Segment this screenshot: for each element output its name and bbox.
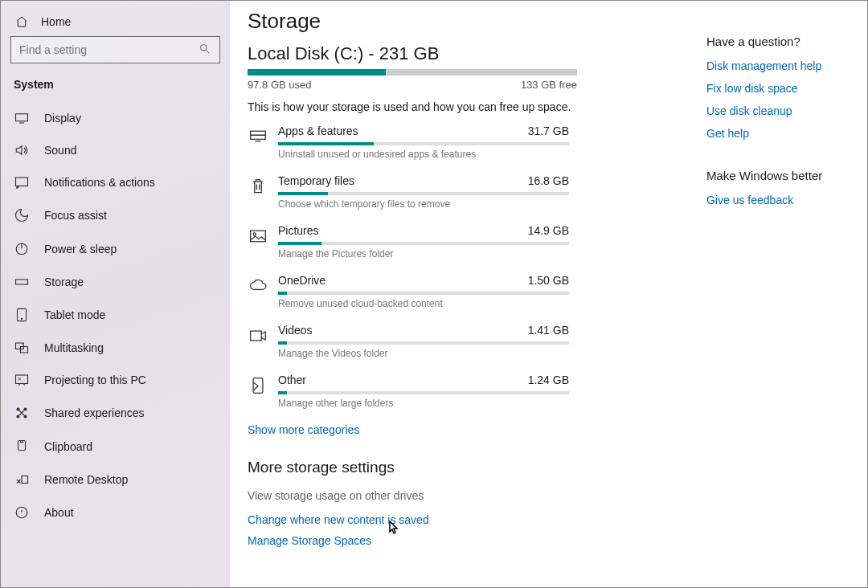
- get-help-link[interactable]: Get help: [706, 127, 851, 140]
- nav-item-remote-desktop[interactable]: Remote Desktop: [7, 463, 223, 496]
- category-apps-features[interactable]: Apps & features31.7 GBUninstall unused o…: [248, 125, 682, 160]
- category-bar-fill: [278, 391, 287, 394]
- view-other-drives-link[interactable]: View storage usage on other drives: [248, 489, 682, 502]
- nav-label: Clipboard: [44, 440, 92, 453]
- svg-rect-9: [16, 375, 28, 384]
- categories-list: Apps & features31.7 GBUninstall unused o…: [248, 125, 682, 409]
- nav-item-storage[interactable]: Storage: [7, 266, 223, 298]
- nav-item-clipboard[interactable]: Clipboard: [7, 430, 223, 463]
- svg-rect-22: [253, 378, 263, 394]
- fix-low-disk-link[interactable]: Fix low disk space: [706, 82, 851, 95]
- nav-icon: [14, 144, 30, 157]
- sidebar: Home System DisplaySoundNotifications & …: [1, 1, 230, 587]
- change-save-location-link[interactable]: Change where new content is saved: [248, 513, 682, 526]
- svg-point-12: [17, 415, 19, 418]
- category-size: 1.24 GB: [528, 374, 569, 386]
- feedback-link[interactable]: Give us feedback: [706, 194, 851, 206]
- category-size: 1.41 GB: [528, 324, 569, 337]
- nav-item-multitasking[interactable]: Multitasking: [7, 332, 223, 364]
- nav-item-projecting-to-this-pc[interactable]: Projecting to this PC: [7, 364, 223, 396]
- nav-label: Sound: [44, 144, 76, 157]
- category-name: OneDrive: [278, 274, 326, 287]
- nav-item-focus-assist[interactable]: Focus assist: [7, 198, 223, 232]
- disk-mgmt-help-link[interactable]: Disk management help: [706, 59, 851, 72]
- category-icon: [248, 375, 268, 396]
- nav-item-power-sleep[interactable]: Power & sleep: [7, 232, 223, 266]
- category-hint: Choose which temporary files to remove: [278, 198, 569, 210]
- category-body: Pictures14.9 GBManage the Pictures folde…: [278, 224, 569, 259]
- nav-icon: [14, 242, 30, 256]
- category-hint: Remove unused cloud-backed content: [278, 298, 569, 309]
- svg-rect-18: [251, 135, 266, 139]
- category-size: 31.7 GB: [528, 125, 569, 137]
- nav-icon: [14, 308, 30, 322]
- main: Storage Local Disk (C:) - 231 GB 97.8 GB…: [230, 1, 867, 587]
- category-hint: Manage the Pictures folder: [278, 248, 569, 259]
- nav-item-sound[interactable]: Sound: [7, 134, 223, 166]
- nav-label: About: [44, 506, 74, 519]
- show-more-categories-link[interactable]: Show more categories: [248, 423, 682, 436]
- manage-storage-spaces-link[interactable]: Manage Storage Spaces: [248, 534, 682, 547]
- svg-point-10: [17, 408, 19, 410]
- category-bar: [278, 242, 569, 245]
- svg-rect-2: [16, 178, 28, 186]
- category-pictures[interactable]: Pictures14.9 GBManage the Pictures folde…: [248, 224, 682, 259]
- category-name: Videos: [278, 324, 313, 337]
- svg-rect-7: [16, 343, 24, 349]
- svg-rect-15: [22, 476, 28, 484]
- category-bar: [278, 341, 569, 345]
- category-bar: [278, 142, 569, 145]
- category-onedrive[interactable]: OneDrive1.50 GBRemove unused cloud-backe…: [248, 274, 682, 309]
- category-hint: Manage the Videos folder: [278, 348, 569, 359]
- nav-label: Multitasking: [44, 341, 104, 354]
- svg-point-0: [201, 45, 207, 51]
- svg-rect-4: [16, 280, 28, 284]
- category-name: Apps & features: [278, 125, 358, 137]
- category-videos[interactable]: Videos1.41 GBManage the Videos folder: [248, 324, 682, 359]
- nav-label: Power & sleep: [44, 243, 117, 255]
- nav-label: Projecting to this PC: [44, 374, 146, 386]
- svg-point-13: [24, 415, 27, 418]
- disk-free-label: 133 GB free: [521, 79, 577, 91]
- nav-icon: [14, 278, 30, 286]
- svg-rect-17: [251, 131, 266, 135]
- nav-item-tablet-mode[interactable]: Tablet mode: [7, 298, 223, 332]
- category-icon: [248, 126, 268, 147]
- nav-item-notifications-actions[interactable]: Notifications & actions: [7, 166, 223, 198]
- category-name: Temporary files: [278, 174, 354, 187]
- search-input[interactable]: [10, 36, 220, 63]
- category-bar-fill: [278, 292, 287, 295]
- svg-rect-8: [21, 347, 28, 353]
- category-temporary-files[interactable]: Temporary files16.8 GBChoose which tempo…: [248, 174, 682, 210]
- right-pane: Have a question? Disk management help Fi…: [682, 9, 851, 579]
- nav-item-display[interactable]: Display: [7, 102, 223, 134]
- nav-icon: [14, 341, 30, 354]
- nav-label: Tablet mode: [44, 308, 105, 321]
- home-icon: [14, 15, 30, 28]
- category-bar: [278, 391, 569, 394]
- category-body: Temporary files16.8 GBChoose which tempo…: [278, 174, 569, 210]
- disk-cleanup-link[interactable]: Use disk cleanup: [706, 104, 851, 117]
- svg-point-11: [24, 408, 27, 410]
- category-body: OneDrive1.50 GBRemove unused cloud-backe…: [278, 274, 569, 309]
- category-hint: Uninstall unused or undesired apps & fea…: [278, 149, 569, 160]
- nav-icon: [14, 406, 30, 420]
- category-size: 14.9 GB: [528, 224, 569, 237]
- nav-icon: [14, 439, 30, 454]
- nav-label: Shared experiences: [44, 406, 145, 419]
- category-icon: [248, 226, 268, 247]
- category-name: Pictures: [278, 224, 319, 237]
- category-hint: Manage other large folders: [278, 398, 569, 409]
- nav-item-about[interactable]: About: [7, 496, 223, 529]
- nav-item-shared-experiences[interactable]: Shared experiences: [7, 396, 223, 430]
- category-bar: [278, 192, 569, 195]
- svg-point-6: [21, 318, 22, 319]
- category-other[interactable]: Other1.24 GBManage other large folders: [248, 374, 682, 409]
- nav-label: Focus assist: [44, 209, 107, 222]
- category-size: 1.50 GB: [528, 274, 569, 287]
- disk-used-label: 97.8 GB used: [248, 79, 312, 91]
- nav-label: Storage: [44, 276, 84, 288]
- page-title: Storage: [248, 9, 682, 34]
- home-button[interactable]: Home: [7, 10, 223, 36]
- nav-label: Display: [44, 112, 81, 125]
